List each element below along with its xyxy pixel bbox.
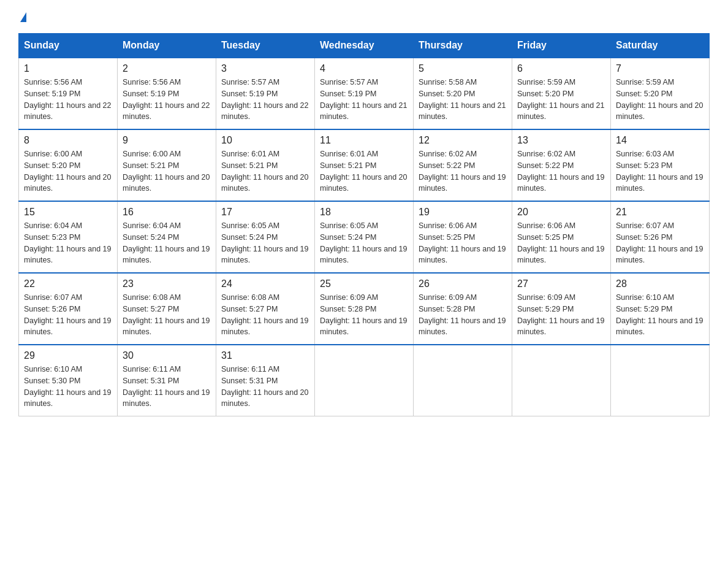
day-number: 15 bbox=[24, 207, 112, 218]
sunset-label: Sunset: 5:20 PM bbox=[616, 90, 672, 98]
daylight-label: Daylight: 11 hours and 19 minutes. bbox=[221, 316, 308, 337]
calendar-cell: 29 Sunrise: 6:10 AM Sunset: 5:30 PM Dayl… bbox=[19, 345, 118, 416]
day-info: Sunrise: 6:11 AM Sunset: 5:31 PM Dayligh… bbox=[123, 364, 211, 410]
daylight-label: Daylight: 11 hours and 19 minutes. bbox=[320, 316, 407, 337]
sunset-label: Sunset: 5:30 PM bbox=[24, 377, 80, 385]
sunset-label: Sunset: 5:26 PM bbox=[616, 233, 672, 242]
daylight-label: Daylight: 11 hours and 20 minutes. bbox=[123, 173, 210, 193]
day-number: 20 bbox=[517, 207, 605, 218]
sunrise-label: Sunrise: 6:05 AM bbox=[320, 221, 378, 230]
daylight-label: Daylight: 11 hours and 20 minutes. bbox=[616, 101, 703, 121]
sunrise-label: Sunrise: 6:04 AM bbox=[123, 221, 181, 230]
calendar-week-5: 29 Sunrise: 6:10 AM Sunset: 5:30 PM Dayl… bbox=[19, 345, 710, 416]
day-info: Sunrise: 6:02 AM Sunset: 5:22 PM Dayligh… bbox=[517, 148, 605, 194]
day-info: Sunrise: 6:10 AM Sunset: 5:29 PM Dayligh… bbox=[616, 292, 704, 338]
day-number: 25 bbox=[320, 278, 408, 289]
day-info: Sunrise: 5:57 AM Sunset: 5:19 PM Dayligh… bbox=[320, 77, 408, 123]
sunset-label: Sunset: 5:29 PM bbox=[616, 305, 672, 313]
sunset-label: Sunset: 5:21 PM bbox=[320, 161, 376, 170]
weekday-header-friday: Friday bbox=[512, 34, 611, 58]
day-number: 3 bbox=[221, 63, 309, 74]
sunrise-label: Sunrise: 6:06 AM bbox=[419, 221, 477, 230]
calendar-cell: 18 Sunrise: 6:05 AM Sunset: 5:24 PM Dayl… bbox=[315, 201, 414, 273]
sunset-label: Sunset: 5:24 PM bbox=[320, 233, 376, 242]
sunrise-label: Sunrise: 6:11 AM bbox=[221, 365, 279, 373]
day-number: 16 bbox=[123, 207, 211, 218]
day-number: 10 bbox=[221, 135, 309, 146]
sunset-label: Sunset: 5:28 PM bbox=[419, 305, 475, 313]
weekday-header-monday: Monday bbox=[118, 34, 216, 58]
day-number: 11 bbox=[320, 135, 408, 146]
sunset-label: Sunset: 5:25 PM bbox=[419, 233, 475, 242]
sunrise-label: Sunrise: 6:05 AM bbox=[221, 221, 279, 230]
sunset-label: Sunset: 5:31 PM bbox=[123, 377, 179, 385]
daylight-label: Daylight: 11 hours and 22 minutes. bbox=[221, 101, 308, 121]
sunset-label: Sunset: 5:23 PM bbox=[616, 161, 672, 170]
sunrise-label: Sunrise: 6:00 AM bbox=[123, 150, 181, 158]
sunrise-label: Sunrise: 6:09 AM bbox=[517, 293, 575, 302]
calendar-cell: 16 Sunrise: 6:04 AM Sunset: 5:24 PM Dayl… bbox=[118, 201, 216, 273]
calendar-cell: 13 Sunrise: 6:02 AM Sunset: 5:22 PM Dayl… bbox=[512, 129, 611, 201]
calendar-cell: 28 Sunrise: 6:10 AM Sunset: 5:29 PM Dayl… bbox=[611, 273, 710, 345]
sunset-label: Sunset: 5:19 PM bbox=[24, 90, 80, 98]
daylight-label: Daylight: 11 hours and 19 minutes. bbox=[616, 245, 703, 265]
sunrise-label: Sunrise: 5:59 AM bbox=[616, 78, 674, 86]
calendar-cell: 27 Sunrise: 6:09 AM Sunset: 5:29 PM Dayl… bbox=[512, 273, 611, 345]
calendar-cell: 4 Sunrise: 5:57 AM Sunset: 5:19 PM Dayli… bbox=[315, 58, 414, 129]
day-number: 4 bbox=[320, 63, 408, 74]
day-number: 18 bbox=[320, 207, 408, 218]
day-number: 19 bbox=[419, 207, 507, 218]
day-info: Sunrise: 6:03 AM Sunset: 5:23 PM Dayligh… bbox=[616, 148, 704, 194]
calendar-week-3: 15 Sunrise: 6:04 AM Sunset: 5:23 PM Dayl… bbox=[19, 201, 710, 273]
sunset-label: Sunset: 5:26 PM bbox=[24, 305, 80, 313]
calendar-cell: 23 Sunrise: 6:08 AM Sunset: 5:27 PM Dayl… bbox=[118, 273, 216, 345]
daylight-label: Daylight: 11 hours and 22 minutes. bbox=[123, 101, 210, 121]
calendar-cell: 8 Sunrise: 6:00 AM Sunset: 5:20 PM Dayli… bbox=[19, 129, 118, 201]
sunrise-label: Sunrise: 6:07 AM bbox=[616, 221, 674, 230]
day-info: Sunrise: 6:02 AM Sunset: 5:22 PM Dayligh… bbox=[419, 148, 507, 194]
sunset-label: Sunset: 5:28 PM bbox=[320, 305, 376, 313]
daylight-label: Daylight: 11 hours and 19 minutes. bbox=[517, 245, 604, 265]
day-number: 14 bbox=[616, 135, 704, 146]
day-number: 17 bbox=[221, 207, 309, 218]
sunset-label: Sunset: 5:27 PM bbox=[221, 305, 278, 313]
day-info: Sunrise: 6:04 AM Sunset: 5:24 PM Dayligh… bbox=[123, 220, 211, 266]
sunrise-label: Sunrise: 6:11 AM bbox=[123, 365, 181, 373]
calendar-cell: 10 Sunrise: 6:01 AM Sunset: 5:21 PM Dayl… bbox=[216, 129, 315, 201]
sunset-label: Sunset: 5:27 PM bbox=[123, 305, 179, 313]
day-info: Sunrise: 5:56 AM Sunset: 5:19 PM Dayligh… bbox=[24, 77, 112, 123]
day-info: Sunrise: 6:00 AM Sunset: 5:20 PM Dayligh… bbox=[24, 148, 112, 194]
calendar-cell: 17 Sunrise: 6:05 AM Sunset: 5:24 PM Dayl… bbox=[216, 201, 315, 273]
calendar-cell: 11 Sunrise: 6:01 AM Sunset: 5:21 PM Dayl… bbox=[315, 129, 414, 201]
calendar-cell: 25 Sunrise: 6:09 AM Sunset: 5:28 PM Dayl… bbox=[315, 273, 414, 345]
sunset-label: Sunset: 5:22 PM bbox=[419, 161, 475, 170]
calendar-cell: 15 Sunrise: 6:04 AM Sunset: 5:23 PM Dayl… bbox=[19, 201, 118, 273]
weekday-header-tuesday: Tuesday bbox=[216, 34, 315, 58]
daylight-label: Daylight: 11 hours and 19 minutes. bbox=[123, 245, 210, 265]
calendar-cell: 21 Sunrise: 6:07 AM Sunset: 5:26 PM Dayl… bbox=[611, 201, 710, 273]
sunrise-label: Sunrise: 6:08 AM bbox=[221, 293, 279, 302]
sunrise-label: Sunrise: 6:09 AM bbox=[419, 293, 477, 302]
day-number: 9 bbox=[123, 135, 211, 146]
weekday-header-wednesday: Wednesday bbox=[315, 34, 414, 58]
daylight-label: Daylight: 11 hours and 19 minutes. bbox=[517, 316, 604, 337]
sunset-label: Sunset: 5:24 PM bbox=[221, 233, 278, 242]
sunset-label: Sunset: 5:25 PM bbox=[517, 233, 574, 242]
daylight-label: Daylight: 11 hours and 21 minutes. bbox=[320, 101, 407, 121]
day-number: 2 bbox=[123, 63, 211, 74]
calendar-cell: 26 Sunrise: 6:09 AM Sunset: 5:28 PM Dayl… bbox=[414, 273, 512, 345]
day-info: Sunrise: 6:05 AM Sunset: 5:24 PM Dayligh… bbox=[320, 220, 408, 266]
day-number: 8 bbox=[24, 135, 112, 146]
sunrise-label: Sunrise: 6:04 AM bbox=[24, 221, 82, 230]
sunset-label: Sunset: 5:31 PM bbox=[221, 377, 278, 385]
daylight-label: Daylight: 11 hours and 20 minutes. bbox=[221, 173, 308, 193]
sunset-label: Sunset: 5:20 PM bbox=[517, 90, 574, 98]
day-number: 27 bbox=[517, 278, 605, 289]
day-info: Sunrise: 6:01 AM Sunset: 5:21 PM Dayligh… bbox=[320, 148, 408, 194]
day-number: 23 bbox=[123, 278, 211, 289]
daylight-label: Daylight: 11 hours and 20 minutes. bbox=[320, 173, 407, 193]
weekday-header-saturday: Saturday bbox=[611, 34, 710, 58]
day-info: Sunrise: 6:09 AM Sunset: 5:28 PM Dayligh… bbox=[320, 292, 408, 338]
day-number: 21 bbox=[616, 207, 704, 218]
day-number: 29 bbox=[24, 350, 112, 361]
